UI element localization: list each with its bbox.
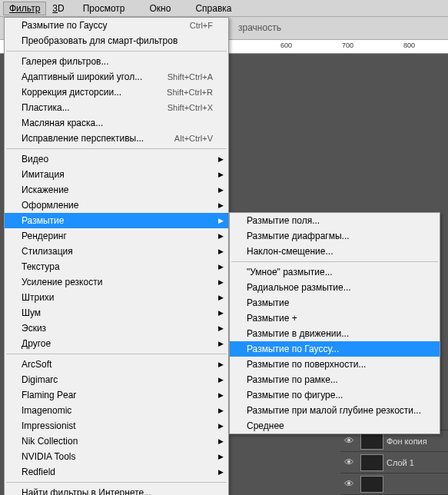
visibility-icon[interactable]: 👁 [340, 435, 357, 447]
menu-item-shortcut: Shift+Ctrl+A [168, 72, 213, 81]
menu-item-label: Преобразовать для смарт-фильтров [22, 35, 213, 46]
menu-item[interactable]: Imagenomic▶ [5, 403, 228, 418]
menu-item[interactable]: Оформление▶ [5, 198, 228, 213]
menu-item[interactable]: Рендеринг▶ [5, 228, 228, 244]
layer-row[interactable]: 👁 [340, 473, 448, 495]
menu-item-label: Шум [22, 307, 213, 318]
chevron-right-icon: ▶ [218, 263, 224, 271]
menu-filter[interactable]: Фильтр [3, 2, 46, 15]
menu-item[interactable]: NVIDIA Tools▶ [5, 449, 228, 464]
menu-item[interactable]: Размытие по рамке... [230, 372, 440, 387]
menu-item[interactable]: Шум▶ [5, 305, 228, 321]
menu-item[interactable]: Среднее [230, 418, 440, 434]
menu-item[interactable]: Nik Collection▶ [5, 434, 228, 449]
menu-item[interactable]: Размытие + [230, 311, 440, 326]
chevron-right-icon: ▶ [218, 391, 224, 399]
menu-item-label: Наклон-смещение... [247, 246, 424, 257]
menu-item[interactable]: Галерея фильтров... [5, 54, 228, 69]
menu-item-label: Среднее [247, 420, 424, 431]
chevron-right-icon: ▶ [218, 171, 224, 178]
menu-item-label: Размытие + [247, 313, 424, 324]
menu-item-label: Размытие при малой глубине резкости... [247, 405, 424, 416]
menu-item[interactable]: Размытие поля... [230, 213, 440, 228]
menu-window[interactable]: Окно [137, 2, 183, 15]
menu-item[interactable]: Коррекция дисторсии...Shift+Ctrl+R [5, 85, 228, 100]
menu-item[interactable]: Размытие в движении... [230, 326, 440, 341]
visibility-icon[interactable]: 👁 [340, 478, 357, 490]
menu-item[interactable]: Размытие▶ [5, 213, 228, 228]
menu-item[interactable]: Размытие по ГауссуCtrl+F [5, 18, 228, 33]
chevron-right-icon: ▶ [218, 155, 224, 163]
menu-item[interactable]: Найти фильтры в Интернете... [5, 485, 228, 495]
menu-item[interactable]: Redfield▶ [5, 464, 228, 480]
menu-item[interactable]: Адаптивный широкий угол...Shift+Ctrl+A [5, 69, 228, 85]
chevron-right-icon: ▶ [218, 309, 224, 317]
menu-item[interactable]: Преобразовать для смарт-фильтров [5, 33, 228, 48]
menu-item[interactable]: Digimarc▶ [5, 372, 228, 387]
menu-item[interactable]: Стилизация▶ [5, 244, 228, 259]
filter-dropdown: Размытие по ГауссуCtrl+FПреобразовать дл… [4, 17, 229, 495]
menu-item-label: Имитация [22, 169, 213, 180]
layer-thumbnail [360, 433, 383, 450]
menu-item[interactable]: Размытие по фигуре... [230, 387, 440, 403]
menu-item-label: Размытие по рамке... [247, 374, 424, 385]
menu-item[interactable]: Размытие [230, 295, 440, 311]
menu-3d[interactable]: 3D [46, 2, 70, 15]
menu-item[interactable]: Размытие диафрагмы... [230, 228, 440, 244]
menu-item-label: Найти фильтры в Интернете... [22, 487, 213, 495]
menu-item[interactable]: Видео▶ [5, 151, 228, 167]
layer-row[interactable]: 👁 Слой 1 [340, 452, 448, 473]
menu-item[interactable]: Пластика...Shift+Ctrl+X [5, 100, 228, 115]
menu-view[interactable]: Просмотр [71, 2, 138, 15]
menu-item[interactable]: Искажение▶ [5, 182, 228, 198]
menu-item-shortcut: Alt+Ctrl+V [174, 134, 213, 143]
menu-item[interactable]: Размытие при малой глубине резкости... [230, 403, 440, 418]
menu-item[interactable]: Размытие по Гауссу... [230, 341, 440, 357]
menu-item-label: Nik Collection [22, 436, 213, 447]
menu-item[interactable]: ArcSoft▶ [5, 357, 228, 372]
layer-thumbnail [360, 454, 383, 471]
menu-item-label: Штрихи [22, 292, 213, 303]
menu-item[interactable]: Имитация▶ [5, 167, 228, 182]
menu-item-label: Исправление перспективы... [22, 133, 174, 144]
menu-item-label: Галерея фильтров... [22, 56, 213, 67]
menu-item-label: NVIDIA Tools [22, 451, 213, 462]
menu-item[interactable]: Наклон-смещение... [230, 244, 440, 259]
menu-item[interactable]: Исправление перспективы...Alt+Ctrl+V [5, 131, 228, 146]
visibility-icon[interactable]: 👁 [340, 457, 357, 468]
menu-help[interactable]: Справка [183, 2, 244, 15]
menu-item-label: Размытие диафрагмы... [247, 231, 424, 241]
menu-item[interactable]: Эскиз▶ [5, 321, 228, 336]
menu-item-label: Impressionist [22, 420, 213, 431]
menu-item-label: Текстура [22, 261, 213, 272]
ruler-tick: 700 [342, 42, 353, 49]
menu-item-shortcut: Shift+Ctrl+X [168, 103, 213, 112]
chevron-right-icon: ▶ [218, 248, 224, 255]
menu-item[interactable]: Flaming Pear▶ [5, 387, 228, 403]
menu-item[interactable]: "Умное" размытие... [230, 264, 440, 280]
separator [6, 51, 227, 51]
menu-item[interactable]: Радиальное размытие... [230, 280, 440, 295]
menu-item[interactable]: Другое▶ [5, 336, 228, 351]
menu-item-label: Размытие поля... [247, 215, 424, 226]
menu-item-label: "Умное" размытие... [247, 267, 424, 277]
menu-item[interactable]: Усиление резкости▶ [5, 274, 228, 290]
menu-item[interactable]: Текстура▶ [5, 259, 228, 274]
menu-item-label: Видео [22, 154, 213, 164]
menu-item[interactable]: Размытие по поверхности... [230, 357, 440, 372]
menu-item[interactable]: Штрихи▶ [5, 290, 228, 305]
menu-item-label: Оформление [22, 200, 213, 211]
menu-item-label: Digimarc [22, 374, 213, 385]
menu-item-label: Redfield [22, 467, 213, 477]
menu-item[interactable]: Масляная краска... [5, 115, 228, 131]
menu-item-shortcut: Shift+Ctrl+R [167, 88, 213, 97]
chevron-right-icon: ▶ [218, 437, 224, 445]
chevron-right-icon: ▶ [218, 376, 224, 384]
chevron-right-icon: ▶ [218, 324, 224, 332]
menu-item-label: Размытие по поверхности... [247, 359, 424, 370]
chevron-right-icon: ▶ [218, 468, 224, 476]
layer-thumbnail [360, 476, 383, 493]
chevron-right-icon: ▶ [218, 453, 224, 460]
chevron-right-icon: ▶ [218, 232, 224, 240]
menu-item[interactable]: Impressionist▶ [5, 418, 228, 434]
